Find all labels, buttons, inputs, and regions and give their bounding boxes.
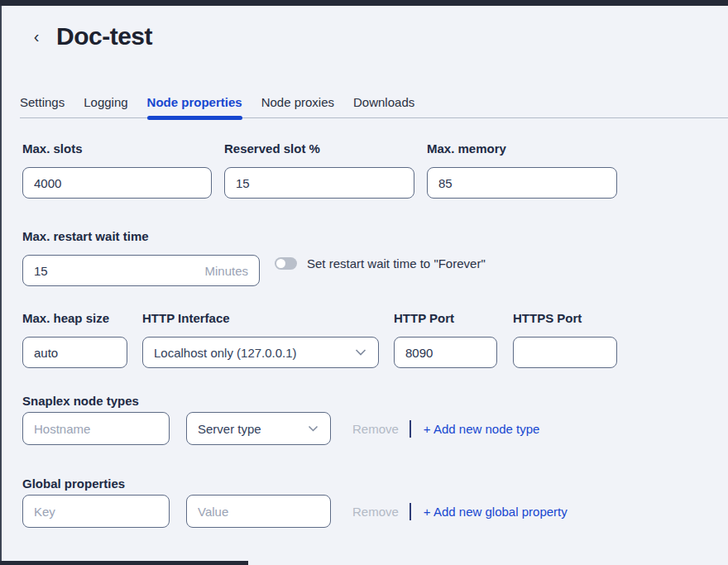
https-port-input[interactable] xyxy=(513,337,617,368)
max-restart-label: Max. restart wait time xyxy=(22,229,260,244)
link-divider xyxy=(410,420,411,438)
max-slots-label: Max. slots xyxy=(22,141,212,156)
reserved-slot-field: Reserved slot % xyxy=(224,141,414,199)
max-heap-input[interactable] xyxy=(22,337,127,368)
chevron-down-icon xyxy=(308,425,318,432)
http-port-field: HTTP Port xyxy=(394,311,497,368)
page-header: ‹ Doc-test xyxy=(28,22,152,50)
max-memory-label: Max. memory xyxy=(427,141,617,156)
forever-toggle[interactable] xyxy=(275,257,297,270)
server-type-selected-value: Server type xyxy=(198,422,261,436)
http-interface-label: HTTP Interface xyxy=(142,311,379,326)
tab-logging[interactable]: Logging xyxy=(84,94,127,117)
max-heap-field: Max. heap size xyxy=(22,311,127,368)
tab-bar: Settings Logging Node properties Node pr… xyxy=(20,94,728,118)
remove-node-type-link[interactable]: Remove xyxy=(352,422,399,436)
reserved-slot-input[interactable] xyxy=(224,167,414,199)
global-properties-section-label: Global properties xyxy=(22,476,125,491)
reserved-slot-label: Reserved slot % xyxy=(224,141,414,156)
http-port-input[interactable] xyxy=(394,337,497,368)
max-restart-field: Max. restart wait time Minutes xyxy=(22,229,260,286)
toggle-knob xyxy=(276,259,285,268)
tab-node-proxies[interactable]: Node proxies xyxy=(261,94,334,117)
http-interface-field: HTTP Interface Localhost only (127.0.0.1… xyxy=(142,311,379,368)
property-key-input[interactable] xyxy=(22,495,170,528)
http-interface-select[interactable]: Localhost only (127.0.0.1) xyxy=(142,337,379,368)
remove-global-property-link[interactable]: Remove xyxy=(352,505,399,519)
chevron-left-icon: ‹ xyxy=(34,28,40,45)
max-slots-field: Max. slots xyxy=(22,141,212,199)
page-title: Doc-test xyxy=(56,22,152,50)
add-node-type-link[interactable]: + Add new node type xyxy=(424,422,540,436)
max-restart-input[interactable] xyxy=(22,255,260,286)
forever-toggle-row: Set restart wait time to "Forever" xyxy=(275,256,486,271)
tab-downloads[interactable]: Downloads xyxy=(353,94,414,117)
https-port-field: HTTPS Port xyxy=(513,311,617,368)
node-properties-page: ‹ Doc-test Settings Logging Node propert… xyxy=(0,0,728,565)
node-types-section-label: Snaplex node types xyxy=(22,394,139,409)
max-memory-field: Max. memory xyxy=(427,141,617,199)
back-button[interactable]: ‹ xyxy=(28,28,45,45)
max-memory-input[interactable] xyxy=(427,167,617,199)
http-port-label: HTTP Port xyxy=(394,311,497,326)
tab-node-properties-label: Node properties xyxy=(147,95,242,109)
http-interface-selected-value: Localhost only (127.0.0.1) xyxy=(154,346,297,360)
link-divider xyxy=(410,503,411,520)
node-type-row: Server type Remove + Add new node type xyxy=(22,412,539,445)
tab-node-properties[interactable]: Node properties xyxy=(147,94,242,117)
https-port-label: HTTPS Port xyxy=(513,311,617,326)
global-property-row: Remove + Add new global property xyxy=(22,495,568,528)
max-heap-label: Max. heap size xyxy=(22,311,127,326)
server-type-select[interactable]: Server type xyxy=(186,412,331,445)
chevron-down-icon xyxy=(355,349,366,357)
hostname-input[interactable] xyxy=(22,412,170,445)
max-slots-input[interactable] xyxy=(22,167,212,199)
tab-settings[interactable]: Settings xyxy=(20,94,65,117)
window-bottom-bar xyxy=(0,561,248,565)
forever-toggle-label: Set restart wait time to "Forever" xyxy=(307,256,486,271)
window-top-bar xyxy=(0,0,728,6)
property-value-input[interactable] xyxy=(186,495,331,528)
add-global-property-link[interactable]: + Add new global property xyxy=(424,505,568,519)
active-tab-underline xyxy=(147,116,242,120)
